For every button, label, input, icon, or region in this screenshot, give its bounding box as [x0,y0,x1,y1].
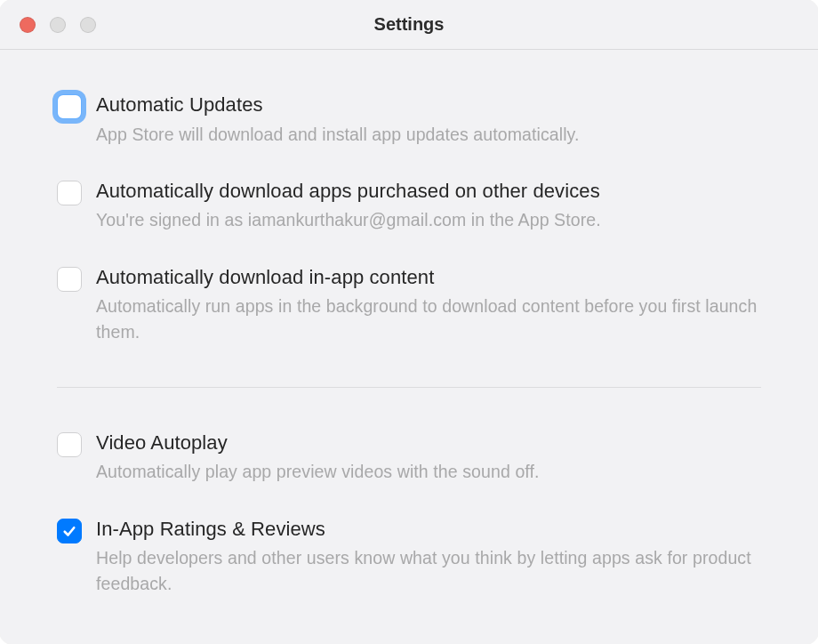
checkmark-icon [61,523,77,539]
setting-inapp-ratings-reviews: In-App Ratings & Reviews Help developers… [57,517,761,596]
setting-label: Automatic Updates [96,93,761,118]
setting-text: Video Autoplay Automatically play app pr… [96,431,761,485]
setting-text: Automatic Updates App Store will downloa… [96,93,761,147]
setting-text: In-App Ratings & Reviews Help developers… [96,517,761,596]
checkbox-automatic-updates[interactable] [57,94,82,119]
setting-auto-download-other-devices: Automatically download apps purchased on… [57,179,761,233]
setting-label: In-App Ratings & Reviews [96,517,761,543]
settings-content: Automatic Updates App Store will downloa… [0,50,818,644]
setting-desc: You're signed in as iamankurthakur@gmail… [96,207,761,232]
maximize-button[interactable] [80,17,96,33]
traffic-lights [20,17,96,33]
setting-auto-download-inapp-content: Automatically download in-app content Au… [57,265,761,344]
minimize-button[interactable] [50,17,66,33]
setting-label: Automatically download in-app content [96,265,761,291]
setting-desc: Help developers and other users know wha… [96,545,761,596]
setting-text: Automatically download in-app content Au… [96,265,761,344]
titlebar: Settings [0,0,818,50]
setting-automatic-updates: Automatic Updates App Store will downloa… [57,93,761,147]
setting-desc: Automatically run apps in the background… [96,294,761,344]
checkbox-inapp-ratings-reviews[interactable] [57,519,82,543]
window-title: Settings [0,14,818,35]
setting-video-autoplay: Video Autoplay Automatically play app pr… [57,431,761,485]
setting-desc: Automatically play app preview videos wi… [96,459,761,484]
divider [57,387,761,388]
checkbox-auto-download-inapp-content[interactable] [57,267,82,292]
setting-label: Video Autoplay [96,431,761,456]
checkbox-video-autoplay[interactable] [57,432,82,457]
settings-window: Settings Automatic Updates App Store wil… [0,0,818,644]
setting-text: Automatically download apps purchased on… [96,179,761,233]
setting-desc: App Store will download and install app … [96,122,761,147]
checkbox-auto-download-other-devices[interactable] [57,181,82,205]
close-button[interactable] [20,17,36,33]
setting-label: Automatically download apps purchased on… [96,179,761,205]
